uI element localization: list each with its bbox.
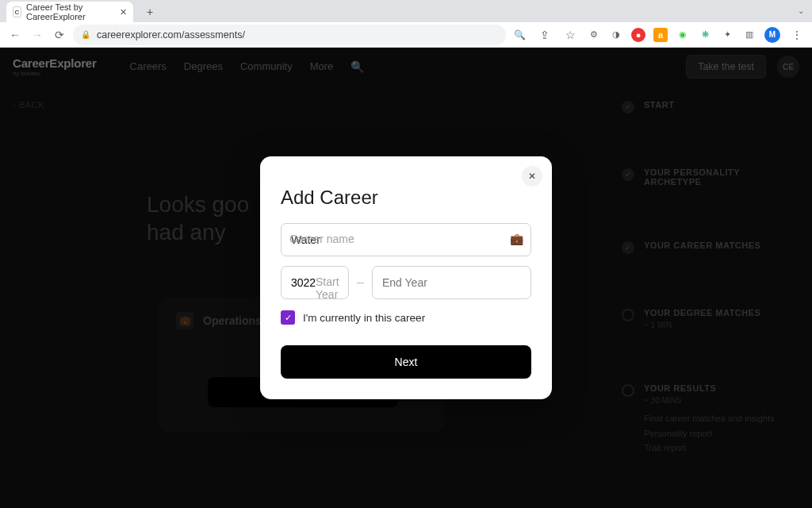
briefcase-icon: 💼 <box>510 233 523 245</box>
extension-icon-6[interactable]: ❋ <box>698 28 712 42</box>
extension-icon-3[interactable]: ● <box>631 28 645 42</box>
browser-tab[interactable]: C Career Test by CareerExplorer ✕ <box>6 2 133 22</box>
checkbox-checked-icon[interactable]: ✓ <box>281 310 295 325</box>
new-tab-button[interactable]: + <box>141 3 159 21</box>
year-separator: – <box>357 275 364 290</box>
modal-title: Add Career <box>281 187 531 209</box>
extension-icon-1[interactable]: ⚙ <box>587 28 601 42</box>
checkbox-label: I'm currently in this career <box>303 312 425 324</box>
share-icon[interactable]: ⇪ <box>536 26 553 44</box>
back-button[interactable]: ← <box>6 26 24 44</box>
next-button[interactable]: Next <box>281 345 531 379</box>
url-text: careerexplorer.com/assessments/ <box>97 29 245 40</box>
forward-button[interactable]: → <box>29 26 46 44</box>
bookmark-icon[interactable]: ☆ <box>561 26 579 44</box>
extension-icon-4[interactable]: a <box>653 28 668 42</box>
career-name-input[interactable] <box>281 223 531 256</box>
page-body: CareerExplorer by sokanu Careers Degrees… <box>0 48 812 508</box>
tab-strip: C Career Test by CareerExplorer ✕ + ⌄ <box>0 0 812 22</box>
tabs-dropdown-icon[interactable]: ⌄ <box>798 6 804 15</box>
extensions-menu-icon[interactable]: ✦ <box>720 28 734 42</box>
end-year-input[interactable] <box>372 266 531 299</box>
add-career-modal: ✕ Add Career Career name 💼 Start Year – … <box>260 156 552 399</box>
address-bar[interactable]: 🔒 careerexplorer.com/assessments/ <box>73 25 506 45</box>
tab-close-icon[interactable]: ✕ <box>120 7 127 17</box>
start-year-input[interactable] <box>281 266 349 299</box>
side-panel-icon[interactable]: ▥ <box>742 28 756 42</box>
toolbar-right: 🔍 ⇪ ☆ ⚙ ◑ ● a ◉ ❋ ✦ ▥ M ⋮ <box>511 26 806 44</box>
chrome-menu-icon[interactable]: ⋮ <box>788 26 806 44</box>
extension-icon-2[interactable]: ◑ <box>609 28 623 42</box>
profile-avatar[interactable]: M <box>764 27 780 43</box>
reload-button[interactable]: ⟳ <box>51 26 68 44</box>
tab-title: Career Test by CareerExplorer <box>26 2 115 21</box>
current-career-checkbox-row[interactable]: ✓ I'm currently in this career <box>281 310 531 325</box>
tab-favicon: C <box>13 6 21 17</box>
close-icon[interactable]: ✕ <box>522 166 542 187</box>
lock-icon: 🔒 <box>81 30 90 39</box>
browser-toolbar: ← → ⟳ 🔒 careerexplorer.com/assessments/ … <box>0 22 812 48</box>
extension-icon-5[interactable]: ◉ <box>676 28 690 42</box>
browser-chrome: C Career Test by CareerExplorer ✕ + ⌄ ← … <box>0 0 812 48</box>
modal-overlay[interactable]: ✕ Add Career Career name 💼 Start Year – … <box>0 48 812 508</box>
search-page-icon[interactable]: 🔍 <box>511 26 528 44</box>
